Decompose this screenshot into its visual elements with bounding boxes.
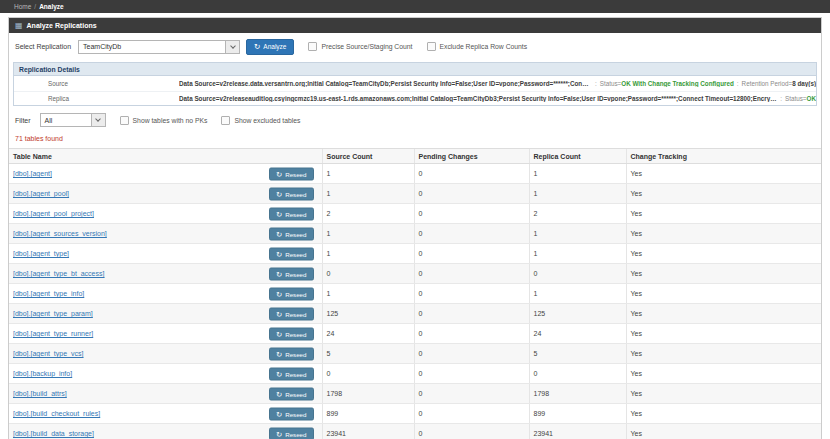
reseed-button[interactable]: ↻ Reseed xyxy=(269,407,314,420)
reseed-button[interactable]: ↻ Reseed xyxy=(269,427,314,439)
refresh-icon: ↻ xyxy=(276,410,282,417)
table-row: [dbo].[backup_info] ↻ Reseed 0 0 0 Yes xyxy=(9,364,821,384)
table-name-cell: [dbo].[agent_sources_version] ↻ Reseed xyxy=(9,224,322,244)
source-connection-string: Data Source=v2release.data.versantrn.org… xyxy=(179,80,592,87)
replica-count-cell: 125 xyxy=(529,304,626,324)
table-name-cell: [dbo].[agent] ↻ Reseed xyxy=(9,164,322,184)
refresh-icon: ↻ xyxy=(276,350,282,357)
table-name-link[interactable]: [dbo].[agent_type_info] xyxy=(13,290,84,297)
reseed-label: Reseed xyxy=(285,350,306,357)
table-name-link[interactable]: [dbo].[agent_type_bt_access] xyxy=(13,270,104,277)
replica-count-cell: 0 xyxy=(529,264,626,284)
pending-changes-cell: 0 xyxy=(414,424,529,439)
table-name-link[interactable]: [dbo].[agent_pool] xyxy=(13,190,69,197)
source-status-label: Status= xyxy=(600,80,622,87)
source-count-cell: 5 xyxy=(322,344,414,364)
precise-count-checkbox-group[interactable]: Precise Source/Staging Count xyxy=(308,42,412,51)
table-row: [dbo].[agent_pool] ↻ Reseed 1 0 1 Yes xyxy=(9,184,821,204)
reseed-button[interactable]: ↻ Reseed xyxy=(269,187,314,200)
table-name-link[interactable]: [dbo].[build_checkout_rules] xyxy=(13,410,100,417)
table-name-link[interactable]: [dbo].[agent] xyxy=(13,170,52,177)
table-name-cell: [dbo].[build_checkout_rules] ↻ Reseed xyxy=(9,404,322,424)
table-header-row: Table Name Source Count Pending Changes … xyxy=(9,149,821,164)
table-name-cell: [dbo].[agent_type_vcs] ↻ Reseed xyxy=(9,344,322,364)
table-row: [dbo].[agent_type_vcs] ↻ Reseed 5 0 5 Ye… xyxy=(9,344,821,364)
filter-select[interactable]: All xyxy=(40,113,92,127)
table-name-link[interactable]: [dbo].[agent_type] xyxy=(13,250,69,257)
breadcrumb-current: Analyze xyxy=(39,3,64,10)
table-row: [dbo].[agent_type] ↻ Reseed 1 0 1 Yes xyxy=(9,244,821,264)
reseed-button[interactable]: ↻ Reseed xyxy=(269,327,314,340)
show-no-pks-label: Show tables with no PKs xyxy=(133,117,208,124)
table-name-link[interactable]: [dbo].[agent_pool_project] xyxy=(13,210,94,217)
replication-select-arrow-button[interactable] xyxy=(226,40,240,54)
reseed-button[interactable]: ↻ Reseed xyxy=(269,367,314,380)
replica-count-cell: 1 xyxy=(529,224,626,244)
replication-select[interactable]: TeamCityDb xyxy=(78,40,226,54)
show-excluded-checkbox-group[interactable]: Show excluded tables xyxy=(221,116,300,125)
filter-select-arrow-button[interactable] xyxy=(92,113,106,127)
pending-changes-cell: 0 xyxy=(414,384,529,404)
replica-count-cell: 0 xyxy=(529,364,626,384)
table-name-link[interactable]: [dbo].[agent_type_runner] xyxy=(13,330,93,337)
reseed-button[interactable]: ↻ Reseed xyxy=(269,307,314,320)
change-tracking-cell: Yes xyxy=(626,324,821,344)
reseed-button[interactable]: ↻ Reseed xyxy=(269,227,314,240)
replica-count-cell: 5 xyxy=(529,344,626,364)
replica-count-cell: 1 xyxy=(529,164,626,184)
table-name-link[interactable]: [dbo].[backup_info] xyxy=(13,370,72,377)
show-no-pks-checkbox-group[interactable]: Show tables with no PKs xyxy=(120,116,208,125)
replication-select-value: TeamCityDb xyxy=(83,43,121,50)
reseed-button[interactable]: ↻ Reseed xyxy=(269,347,314,360)
refresh-icon: ↻ xyxy=(276,250,282,257)
source-count-cell: 125 xyxy=(322,304,414,324)
reseed-button[interactable]: ↻ Reseed xyxy=(269,167,314,180)
precise-count-checkbox[interactable] xyxy=(308,42,317,51)
change-tracking-cell: Yes xyxy=(626,384,821,404)
reseed-button[interactable]: ↻ Reseed xyxy=(269,387,314,400)
reseed-label: Reseed xyxy=(285,170,306,177)
table-name-link[interactable]: [dbo].[build_data_storage] xyxy=(13,430,94,437)
refresh-icon: ↻ xyxy=(276,210,282,217)
reseed-button[interactable]: ↻ Reseed xyxy=(269,207,314,220)
reseed-label: Reseed xyxy=(285,410,306,417)
select-replication-label: Select Replication xyxy=(15,43,71,50)
table-row: [dbo].[agent_pool_project] ↻ Reseed 2 0 … xyxy=(9,204,821,224)
reseed-label: Reseed xyxy=(285,250,306,257)
column-header-pending-changes: Pending Changes xyxy=(414,149,529,164)
table-body: [dbo].[agent] ↻ Reseed 1 0 1 Yes [dbo].[… xyxy=(9,164,821,439)
replica-count-cell: 1 xyxy=(529,184,626,204)
reseed-button[interactable]: ↻ Reseed xyxy=(269,267,314,280)
refresh-icon: ↻ xyxy=(276,170,282,177)
panel-header: ▦ Analyze Replications xyxy=(9,18,821,33)
table-row: [dbo].[build_data_storage] ↻ Reseed 2394… xyxy=(9,424,821,439)
reseed-button[interactable]: ↻ Reseed xyxy=(269,287,314,300)
table-name-link[interactable]: [dbo].[agent_type_param] xyxy=(13,310,93,317)
source-row: Source Data Source=v2release.data.versan… xyxy=(14,76,816,91)
show-excluded-checkbox[interactable] xyxy=(221,116,230,125)
table-name-link[interactable]: [dbo].[build_attrs] xyxy=(13,390,67,397)
retention-label: Retention Period= xyxy=(742,80,793,87)
table-row: [dbo].[build_checkout_rules] ↻ Reseed 89… xyxy=(9,404,821,424)
pending-changes-cell: 0 xyxy=(414,264,529,284)
separator: : xyxy=(595,80,597,87)
breadcrumb-home[interactable]: Home xyxy=(14,3,31,10)
source-count-cell: 1 xyxy=(322,244,414,264)
reseed-button[interactable]: ↻ Reseed xyxy=(269,247,314,260)
replica-label: Replica xyxy=(14,95,179,102)
table-name-cell: [dbo].[agent_pool] ↻ Reseed xyxy=(9,184,322,204)
refresh-icon: ↻ xyxy=(276,390,282,397)
table-name-link[interactable]: [dbo].[agent_type_vcs] xyxy=(13,350,83,357)
analyze-button[interactable]: ↻ Analyze xyxy=(246,39,294,55)
exclude-replica-checkbox[interactable] xyxy=(427,42,436,51)
breadcrumb: Home / Analyze xyxy=(0,0,830,13)
source-count-cell: 899 xyxy=(322,404,414,424)
refresh-icon: ↻ xyxy=(276,270,282,277)
chevron-down-icon xyxy=(230,43,236,49)
chevron-down-icon xyxy=(95,116,101,122)
table-name-link[interactable]: [dbo].[agent_sources_version] xyxy=(13,230,107,237)
pending-changes-cell: 0 xyxy=(414,284,529,304)
refresh-icon: ↻ xyxy=(254,43,260,50)
show-no-pks-checkbox[interactable] xyxy=(120,116,129,125)
exclude-replica-checkbox-group[interactable]: Exclude Replica Row Counts xyxy=(427,42,528,51)
